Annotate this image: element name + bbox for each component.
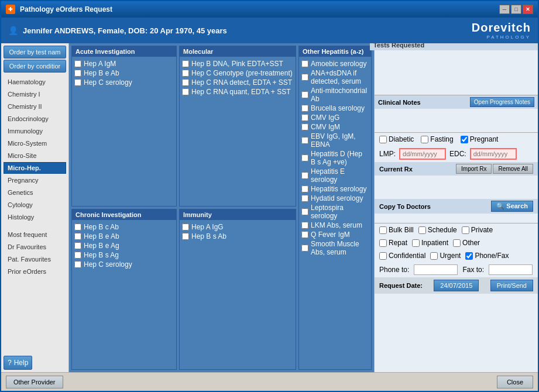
other-checkbox-8[interactable] (301, 172, 308, 179)
phone-to-input[interactable] (414, 264, 458, 275)
chronic-item-4[interactable]: Hep C serology (74, 260, 174, 269)
acute-item-2[interactable]: Hep C serology (74, 78, 174, 87)
sidebar-item-histology[interactable]: Histology (4, 211, 66, 223)
chronic-checkbox-4[interactable] (74, 261, 81, 268)
other-item-13[interactable]: Q Fever IgM (301, 230, 369, 239)
other-checkbox-3[interactable] (301, 105, 308, 112)
sidebar-item-cytology[interactable]: Cytology (4, 199, 66, 211)
confidential-label[interactable]: Confidential (379, 252, 425, 260)
phone-fax-checkbox[interactable] (465, 252, 473, 260)
other-item-2[interactable]: Anti-mitochondrial Ab (301, 86, 369, 104)
sidebar-item-micro-hep[interactable]: Micro-Hep. (4, 162, 66, 174)
confidential-checkbox[interactable] (379, 252, 387, 260)
other-billing-checkbox[interactable] (453, 239, 461, 247)
chronic-item-3[interactable]: Hep B s Ag (74, 250, 174, 260)
edc-input[interactable] (470, 148, 517, 160)
private-checkbox[interactable] (462, 226, 469, 234)
molecular-checkbox-0[interactable] (182, 60, 189, 67)
fax-to-input[interactable] (489, 264, 533, 275)
sidebar-item-dr-favourites[interactable]: Dr Favourites (4, 241, 66, 253)
diabetic-label[interactable]: Diabetic (379, 135, 414, 143)
close-button[interactable]: Close (497, 376, 533, 388)
other-checkbox-0[interactable] (301, 60, 308, 67)
other-checkbox-14[interactable] (301, 245, 308, 252)
search-doctors-button[interactable]: 🔍 Search (491, 201, 533, 212)
other-item-8[interactable]: Hepatitis E serology (301, 167, 369, 184)
sidebar-item-genetics[interactable]: Genetics (4, 187, 66, 198)
sidebar-item-prior-eorders[interactable]: Prior eOrders (4, 266, 66, 277)
other-item-12[interactable]: LKM Abs, serum (301, 221, 369, 230)
sidebar-item-micro-site[interactable]: Micro-Site (4, 150, 66, 161)
other-billing-label[interactable]: Other (453, 239, 480, 247)
immunity-item-0[interactable]: Hep A IgG (182, 222, 293, 232)
other-checkbox-5[interactable] (301, 123, 308, 130)
other-item-14[interactable]: Smooth Muscle Abs, serum (301, 239, 369, 257)
molecular-item-2[interactable]: Hep C RNA detect, EDTA + SST (182, 78, 293, 87)
other-checkbox-7[interactable] (301, 154, 308, 161)
other-checkbox-9[interactable] (301, 185, 308, 192)
lmp-input[interactable] (399, 148, 446, 160)
inpatient-label[interactable]: Inpatient (412, 239, 448, 247)
other-item-0[interactable]: Amoebic serology (301, 59, 369, 68)
other-item-11[interactable]: Leptospira serology (301, 203, 369, 221)
fasting-label[interactable]: Fasting (421, 135, 453, 143)
print-send-button[interactable]: Print/Send (490, 280, 533, 291)
other-checkbox-2[interactable] (301, 91, 308, 98)
other-item-4[interactable]: CMV IgG (301, 113, 369, 122)
bulk-bill-label[interactable]: Bulk Bill (379, 226, 414, 234)
chronic-checkbox-1[interactable] (74, 233, 81, 240)
other-checkbox-10[interactable] (301, 195, 308, 202)
sidebar-item-haematology[interactable]: Haematology (4, 76, 66, 88)
sidebar-item-micro-system[interactable]: Micro-System (4, 137, 66, 149)
molecular-item-3[interactable]: Hep C RNA quant, EDTA + SST (182, 87, 293, 97)
sidebar-item-pregnancy[interactable]: Pregnancy (4, 174, 66, 186)
fasting-checkbox[interactable] (421, 136, 428, 143)
urgent-label[interactable]: Urgent (430, 252, 461, 260)
sidebar-item-most-frequent[interactable]: Most frequent (4, 229, 66, 240)
acute-checkbox-2[interactable] (74, 79, 81, 86)
acute-item-1[interactable]: Hep B e Ab (74, 68, 174, 78)
pregnant-checkbox[interactable] (461, 136, 468, 143)
immunity-checkbox-0[interactable] (182, 223, 189, 231)
urgent-checkbox[interactable] (430, 252, 438, 260)
minimize-button[interactable]: ─ (499, 5, 510, 14)
other-item-6[interactable]: EBV IgG, IgM, EBNA (301, 132, 369, 149)
chronic-checkbox-3[interactable] (74, 252, 81, 259)
private-label[interactable]: Private (462, 226, 493, 234)
repat-label[interactable]: Repat (379, 239, 407, 247)
immunity-checkbox-1[interactable] (182, 233, 189, 240)
acute-checkbox-0[interactable] (74, 60, 81, 67)
schedule-label[interactable]: Schedule (418, 226, 457, 234)
sidebar-item-immunology[interactable]: Immunology (4, 125, 66, 137)
other-checkbox-4[interactable] (301, 114, 308, 121)
maximize-button[interactable]: □ (511, 5, 521, 14)
other-checkbox-13[interactable] (301, 231, 308, 238)
other-item-1[interactable]: ANA+dsDNA if detected, serum (301, 68, 369, 86)
chronic-item-2[interactable]: Hep B e Ag (74, 241, 174, 250)
other-item-9[interactable]: Hepatitis serology (301, 184, 369, 194)
phone-fax-label[interactable]: Phone/Fax (465, 252, 509, 260)
other-item-7[interactable]: Hepatitis D (Hep B s Ag +ve) (301, 149, 369, 167)
other-checkbox-1[interactable] (301, 74, 308, 81)
diabetic-checkbox[interactable] (379, 136, 387, 143)
acute-item-0[interactable]: Hep A IgM (74, 59, 174, 68)
order-by-test-button[interactable]: Order by test nam (4, 46, 66, 59)
chronic-checkbox-2[interactable] (74, 242, 81, 249)
pregnant-label[interactable]: Pregnant (461, 135, 499, 143)
acute-checkbox-1[interactable] (74, 70, 81, 77)
other-item-5[interactable]: CMV IgM (301, 122, 369, 132)
other-item-10[interactable]: Hydatid serology (301, 194, 369, 203)
molecular-checkbox-1[interactable] (182, 70, 189, 77)
close-window-button[interactable]: ✕ (523, 5, 533, 14)
repat-checkbox[interactable] (379, 239, 387, 247)
immunity-item-1[interactable]: Hep B s Ab (182, 232, 293, 241)
other-provider-button[interactable]: Other Provider (6, 376, 63, 388)
sidebar-item-chemistry2[interactable]: Chemistry II (4, 101, 66, 112)
chronic-checkbox-0[interactable] (74, 223, 81, 231)
other-item-3[interactable]: Brucella serology (301, 104, 369, 113)
bulk-bill-checkbox[interactable] (379, 226, 387, 234)
import-rx-button[interactable]: Import Rx (456, 164, 492, 174)
schedule-checkbox[interactable] (418, 226, 426, 234)
other-checkbox-6[interactable] (301, 137, 308, 144)
sidebar-item-endocrinology[interactable]: Endocrinology (4, 113, 66, 125)
